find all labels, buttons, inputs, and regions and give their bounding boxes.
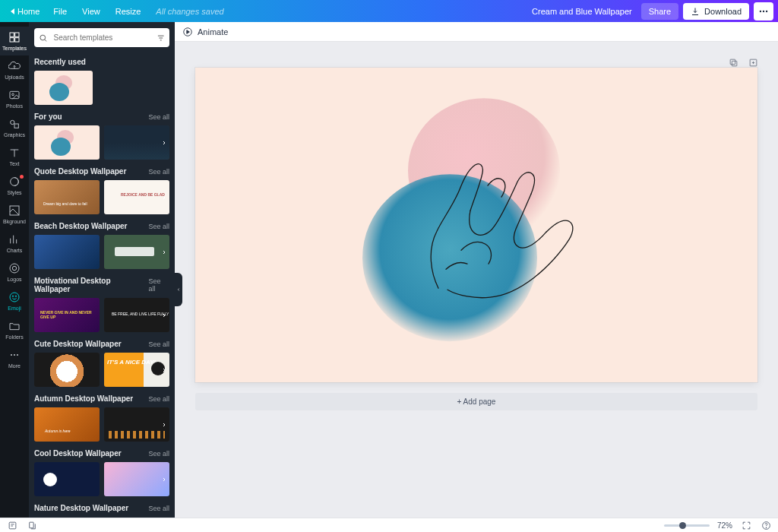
template-thumb[interactable] xyxy=(34,462,100,496)
zoom-slider[interactable] xyxy=(664,524,710,527)
search-icon xyxy=(39,33,48,43)
top-menu-bar: Home File View Resize All changes saved … xyxy=(0,0,778,22)
template-thumb[interactable] xyxy=(34,235,100,269)
zoom-slider-thumb[interactable] xyxy=(679,522,686,529)
status-bar: 72% xyxy=(0,518,778,532)
logos-icon xyxy=(8,262,21,274)
rail-folders[interactable]: Folders xyxy=(0,315,29,344)
menu-file[interactable]: File xyxy=(46,4,74,19)
template-thumb[interactable]: Autumn is here xyxy=(34,407,100,442)
rail-styles[interactable]: Styles xyxy=(0,171,29,200)
more-button[interactable] xyxy=(754,2,773,21)
scroll-right-button[interactable] xyxy=(157,302,171,328)
add-page-button[interactable]: + Add page xyxy=(195,393,757,410)
context-toolbar: Animate xyxy=(175,22,778,42)
svg-point-20 xyxy=(17,354,18,356)
see-all-link[interactable]: See all xyxy=(148,223,169,230)
svg-point-14 xyxy=(12,266,16,270)
rail-graphics[interactable]: Graphics xyxy=(0,113,29,142)
scroll-right-button[interactable] xyxy=(157,130,171,156)
rail-templates[interactable]: Templates xyxy=(0,27,29,55)
svg-point-18 xyxy=(11,354,12,356)
charts-icon xyxy=(8,233,21,245)
photos-icon xyxy=(8,89,21,101)
section-autumn: Autumn Desktop WallpaperSee all xyxy=(34,394,169,403)
share-button[interactable]: Share xyxy=(641,3,678,20)
see-all-link[interactable]: See all xyxy=(149,277,169,293)
design-page[interactable] xyxy=(195,68,757,382)
styles-icon xyxy=(8,176,21,188)
rail-label: Styles xyxy=(7,190,21,195)
rail-text[interactable]: Text xyxy=(0,142,29,171)
folders-icon xyxy=(8,320,21,332)
notes-button[interactable] xyxy=(6,519,18,531)
home-button[interactable]: Home xyxy=(5,5,46,17)
more-icon xyxy=(8,349,21,361)
templates-scroll[interactable]: Recently used For youSee all Quote Deskt… xyxy=(29,53,175,518)
search-input[interactable] xyxy=(52,33,152,43)
scroll-right-button[interactable] xyxy=(157,467,171,492)
rail-charts[interactable]: Charts xyxy=(0,229,29,258)
emoji-icon xyxy=(8,291,21,303)
template-thumb[interactable] xyxy=(34,353,100,387)
section-recent: Recently used xyxy=(34,58,169,66)
scroll-right-button[interactable] xyxy=(157,357,171,383)
template-thumb[interactable]: NEVER GIVE IN AND NEVER GIVE UP xyxy=(34,298,100,332)
rail-label: Bkground xyxy=(3,219,26,224)
svg-rect-6 xyxy=(15,38,19,42)
scroll-right-button[interactable] xyxy=(157,239,171,265)
rail-label: More xyxy=(8,363,21,369)
menu-view[interactable]: View xyxy=(74,4,108,19)
stage[interactable]: + Add page xyxy=(175,42,778,518)
document-title[interactable]: Cream and Blue Wallpaper xyxy=(532,7,632,16)
download-button[interactable]: Download xyxy=(683,3,749,20)
animate-icon xyxy=(182,27,193,37)
zoom-value: 72% xyxy=(717,521,732,530)
rail-more[interactable]: More xyxy=(0,344,29,373)
see-all-link[interactable]: See all xyxy=(148,450,169,458)
add-page-icon-button[interactable] xyxy=(748,57,758,68)
filter-icon[interactable] xyxy=(157,33,166,43)
svg-point-1 xyxy=(763,10,764,11)
svg-point-13 xyxy=(10,264,19,273)
scroll-right-button[interactable] xyxy=(157,412,171,438)
pages-button[interactable] xyxy=(26,519,38,531)
rail-label: Graphics xyxy=(4,132,25,138)
template-thumb[interactable] xyxy=(34,71,93,105)
animate-button[interactable]: Animate xyxy=(182,27,228,37)
duplicate-page-button[interactable] xyxy=(728,57,738,68)
animate-label: Animate xyxy=(198,27,228,36)
scroll-right-button[interactable] xyxy=(157,185,171,211)
see-all-link[interactable]: See all xyxy=(148,395,169,403)
svg-point-2 xyxy=(766,10,767,11)
see-all-link[interactable]: See all xyxy=(148,340,169,348)
template-thumb[interactable]: Dream big and dare to fail xyxy=(34,180,100,214)
svg-point-8 xyxy=(12,93,14,96)
rail-label: Text xyxy=(10,161,20,166)
menu-resize[interactable]: Resize xyxy=(108,4,149,19)
rail-logos[interactable]: Logos xyxy=(0,258,29,287)
artwork-group[interactable] xyxy=(355,90,598,349)
see-all-link[interactable]: See all xyxy=(148,113,169,121)
see-all-link[interactable]: See all xyxy=(148,505,169,512)
section-motiv: Motivational Desktop WallpaperSee all xyxy=(34,277,169,293)
search-field[interactable] xyxy=(34,28,169,47)
rail-label: Logos xyxy=(7,277,21,282)
rail-photos[interactable]: Photos xyxy=(0,84,29,113)
rail-background[interactable]: Bkground xyxy=(0,200,29,229)
svg-rect-27 xyxy=(29,522,33,528)
fullscreen-button[interactable] xyxy=(740,519,752,531)
page-actions xyxy=(728,57,758,68)
home-label: Home xyxy=(17,7,40,16)
template-thumb[interactable] xyxy=(34,125,100,160)
rail-uploads[interactable]: Uploads xyxy=(0,55,29,84)
svg-point-9 xyxy=(11,120,14,124)
rail-emoji[interactable]: Emoji xyxy=(0,287,29,315)
help-button[interactable] xyxy=(760,519,772,531)
canvas-area: Animate xyxy=(175,22,778,518)
svg-point-21 xyxy=(40,35,46,40)
svg-point-29 xyxy=(766,527,767,527)
see-all-link[interactable]: See all xyxy=(148,168,169,176)
section-cool: Cool Desktop WallpaperSee all xyxy=(34,449,169,458)
rail-label: Photos xyxy=(6,103,23,109)
